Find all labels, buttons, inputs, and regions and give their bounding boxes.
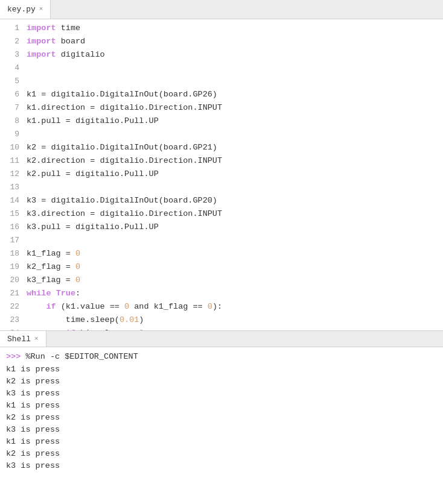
token-plain: k1 = digitalio.DigitalInOut(board.GP26) bbox=[27, 90, 217, 99]
shell-output-line: k1 is press bbox=[6, 400, 437, 412]
line-content: k1.pull = digitalio.Pull.UP bbox=[27, 115, 443, 128]
token-plain: k1.pull = digitalio.Pull.UP bbox=[27, 116, 159, 125]
line-content: k1.direction = digitalio.Direction.INPUT bbox=[27, 101, 443, 115]
shell-output-line: k1 is press bbox=[6, 364, 437, 376]
line-content: k2.direction = digitalio.Direction.INPUT bbox=[27, 154, 443, 168]
line-content: k1 = digitalio.DigitalInOut(board.GP26) bbox=[27, 88, 443, 101]
code-line: 8k1.pull = digitalio.Pull.UP bbox=[0, 115, 443, 128]
line-number: 4 bbox=[0, 61, 27, 75]
line-content: import digitalio bbox=[27, 48, 443, 61]
shell-command: %Run -c $EDITOR_CONTENT bbox=[25, 352, 138, 361]
token-num: 0 bbox=[75, 262, 80, 271]
token-plain: ): bbox=[212, 302, 222, 311]
line-number: 8 bbox=[0, 115, 27, 128]
line-number: 5 bbox=[0, 75, 27, 88]
shell-tab[interactable]: Shell × bbox=[0, 331, 46, 347]
line-number: 2 bbox=[0, 35, 27, 48]
code-line: 3import digitalio bbox=[0, 48, 443, 61]
editor-tab-close[interactable]: × bbox=[39, 6, 43, 13]
line-number: 15 bbox=[0, 207, 27, 221]
code-line: 1import time bbox=[0, 22, 443, 35]
token-plain: and k1_flag == bbox=[129, 302, 208, 311]
token-kw-true: True bbox=[56, 289, 75, 298]
code-line: 17 bbox=[0, 234, 443, 247]
token-plain: k2_flag = bbox=[27, 262, 75, 271]
line-content: k1_flag = 0 bbox=[27, 247, 443, 260]
line-content: k2.pull = digitalio.Pull.UP bbox=[27, 168, 443, 181]
shell-output-line: k2 is press bbox=[6, 376, 437, 388]
line-number: 23 bbox=[0, 313, 27, 327]
line-number: 19 bbox=[0, 260, 27, 274]
token-plain: k1.direction = digitalio.Direction.INPUT bbox=[27, 103, 222, 112]
line-number: 20 bbox=[0, 274, 27, 287]
code-line: 20k3_flag = 0 bbox=[0, 274, 443, 287]
code-line: 15k3.direction = digitalio.Direction.INP… bbox=[0, 207, 443, 221]
token-num: 0.01 bbox=[120, 315, 139, 324]
token-plain: k1_flag = bbox=[27, 249, 75, 258]
code-line: 12k2.pull = digitalio.Pull.UP bbox=[0, 168, 443, 181]
shell-output-line: k2 is press bbox=[6, 448, 437, 460]
shell-area[interactable]: >>> %Run -c $EDITOR_CONTENT k1 is pressk… bbox=[0, 347, 443, 504]
shell-output-line: k3 is press bbox=[6, 424, 437, 436]
token-kw-if: if bbox=[46, 302, 56, 311]
line-content: k3_flag = 0 bbox=[27, 274, 443, 287]
line-number: 6 bbox=[0, 88, 27, 101]
code-line: 2import board bbox=[0, 35, 443, 48]
line-number: 14 bbox=[0, 194, 27, 207]
token-kw-import: import bbox=[27, 37, 56, 46]
code-line: 6k1 = digitalio.DigitalInOut(board.GP26) bbox=[0, 88, 443, 101]
line-number: 21 bbox=[0, 287, 27, 300]
line-content: k3 = digitalio.DigitalInOut(board.GP20) bbox=[27, 194, 443, 207]
code-line: 7k1.direction = digitalio.Direction.INPU… bbox=[0, 101, 443, 115]
shell-output: k1 is pressk2 is pressk3 is pressk1 is p… bbox=[6, 364, 437, 472]
code-line: 10k2 = digitalio.DigitalInOut(board.GP21… bbox=[0, 141, 443, 154]
line-content: k3.direction = digitalio.Direction.INPUT bbox=[27, 207, 443, 221]
token-plain: k2 = digitalio.DigitalInOut(board.GP21) bbox=[27, 143, 217, 152]
line-content: import time bbox=[27, 22, 443, 35]
token-kw-import: import bbox=[27, 50, 56, 59]
line-content: k3.pull = digitalio.Pull.UP bbox=[27, 221, 443, 234]
code-line: 19k2_flag = 0 bbox=[0, 260, 443, 274]
line-content: k2_flag = 0 bbox=[27, 260, 443, 274]
token-plain: k3.direction = digitalio.Direction.INPUT bbox=[27, 209, 222, 218]
code-line: 18k1_flag = 0 bbox=[0, 247, 443, 260]
token-kw-while: while bbox=[27, 289, 51, 298]
line-number: 13 bbox=[0, 181, 27, 194]
line-number: 1 bbox=[0, 22, 27, 35]
editor-tab-label: key.py bbox=[7, 5, 36, 14]
line-number: 16 bbox=[0, 221, 27, 234]
line-content: import board bbox=[27, 35, 443, 48]
token-plain: k2.pull = digitalio.Pull.UP bbox=[27, 169, 159, 178]
line-number: 10 bbox=[0, 141, 27, 154]
token-plain: ) bbox=[139, 315, 144, 324]
line-number: 9 bbox=[0, 128, 27, 141]
line-content: if (k1.value == 0 and k1_flag == 0): bbox=[27, 300, 443, 313]
token-plain: k2.direction = digitalio.Direction.INPUT bbox=[27, 156, 222, 165]
line-number: 7 bbox=[0, 101, 27, 115]
token-plain: digitalio bbox=[56, 50, 105, 59]
code-line: 16k3.pull = digitalio.Pull.UP bbox=[0, 221, 443, 234]
shell-tab-close[interactable]: × bbox=[34, 336, 39, 342]
token-num: 0 bbox=[75, 249, 80, 258]
line-number: 18 bbox=[0, 247, 27, 260]
line-number: 22 bbox=[0, 300, 27, 313]
shell-tab-label: Shell bbox=[7, 335, 31, 344]
token-plain: : bbox=[75, 289, 80, 298]
token-plain: time bbox=[56, 24, 81, 33]
code-editor[interactable]: 1import time2import board3import digital… bbox=[0, 19, 443, 330]
line-number: 3 bbox=[0, 48, 27, 61]
editor-container: key.py × 1import time2import board3impor… bbox=[0, 0, 443, 504]
token-num: 0 bbox=[75, 276, 80, 285]
code-line: 11k2.direction = digitalio.Direction.INP… bbox=[0, 154, 443, 168]
line-content: while True: bbox=[27, 287, 443, 300]
shell-prompt-line: >>> %Run -c $EDITOR_CONTENT bbox=[6, 352, 437, 361]
token-plain: board bbox=[56, 37, 86, 46]
code-line: 21while True: bbox=[0, 287, 443, 300]
code-line: 9 bbox=[0, 128, 443, 141]
editor-tab[interactable]: key.py × bbox=[0, 0, 51, 19]
shell-output-line: k3 is press bbox=[6, 388, 437, 400]
shell-output-line: k1 is press bbox=[6, 436, 437, 448]
token-plain: k3_flag = bbox=[27, 276, 75, 285]
line-number: 11 bbox=[0, 154, 27, 168]
token-plain bbox=[27, 302, 46, 311]
